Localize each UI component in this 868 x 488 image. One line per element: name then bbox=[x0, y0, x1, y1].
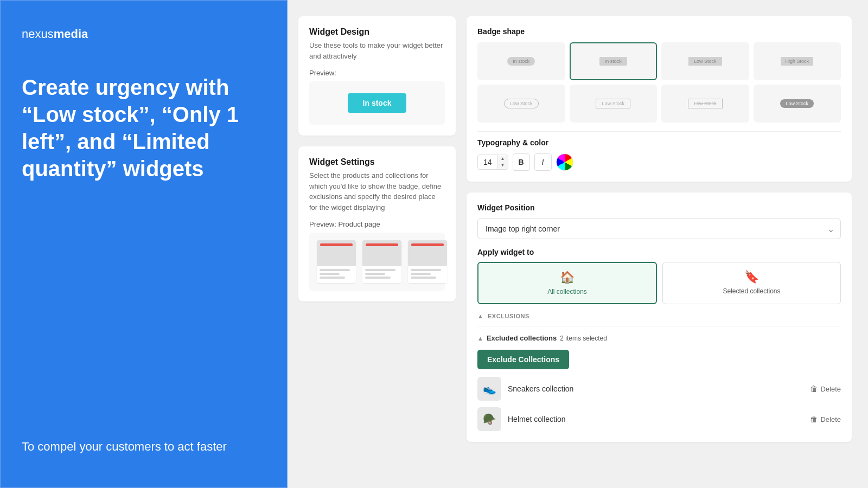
selected-icon: 🔖 bbox=[744, 270, 759, 284]
widget-settings-title: Widget Settings bbox=[309, 157, 445, 167]
product-card-1 bbox=[317, 240, 356, 283]
font-size-up[interactable]: ▲ bbox=[498, 156, 508, 162]
badge-shape-card: Badge shape In stock In stock Low Stock … bbox=[467, 16, 852, 182]
widget-preview-label: Preview: bbox=[309, 69, 445, 77]
apply-options-group: 🏠 All collections 🔖 Selected collections bbox=[477, 262, 841, 304]
in-stock-badge: In stock bbox=[348, 93, 407, 113]
widget-position-select-wrapper[interactable]: Image top right corner Image top left co… bbox=[477, 219, 841, 239]
badge-option-outline-pill[interactable]: Low Stock bbox=[477, 85, 565, 123]
badge-option-tag[interactable]: High Stock bbox=[754, 42, 841, 80]
helmet-thumbnail: 🪖 bbox=[477, 407, 501, 431]
exclude-collections-button[interactable]: Exclude Collections bbox=[477, 350, 569, 369]
trash-icon: 🗑 bbox=[810, 384, 818, 393]
hero-subtext: To compel your customers to act faster bbox=[22, 439, 266, 455]
typography-controls: 14 ▲ ▼ B I bbox=[477, 153, 841, 171]
exclusions-title: EXCLUSIONS bbox=[488, 313, 529, 319]
center-column: Widget Design Use these tools to make yo… bbox=[298, 16, 456, 472]
badge-option-outline-rect[interactable]: Low Stock bbox=[570, 85, 658, 123]
badge-option-rect[interactable]: In stock bbox=[570, 42, 658, 80]
product-card-3 bbox=[408, 240, 447, 283]
color-picker-button[interactable] bbox=[556, 153, 573, 171]
badge-shape-grid: In stock In stock Low Stock High Stock L… bbox=[477, 42, 841, 123]
widget-position-select[interactable]: Image top right corner Image top left co… bbox=[477, 219, 841, 239]
badge-option-pill[interactable]: In stock bbox=[477, 42, 565, 80]
badge-shape-title: Badge shape bbox=[477, 27, 841, 36]
hero-headline: Create urgency with “Low stock”, “Only 1… bbox=[22, 74, 266, 256]
product-card-2 bbox=[362, 240, 401, 283]
excluded-collections-row[interactable]: ▲ Excluded collections 2 items selected bbox=[477, 334, 841, 342]
widget-settings-desc: Select the products and collections for … bbox=[309, 170, 445, 213]
badge-option-outline-slash[interactable]: Low Stock bbox=[661, 85, 749, 123]
collections-icon: 🏠 bbox=[560, 271, 575, 285]
bold-button[interactable]: B bbox=[513, 153, 530, 171]
collection-item-sneakers: 👟 Sneakers collection 🗑 Delete bbox=[477, 377, 841, 401]
collection-list: 👟 Sneakers collection 🗑 Delete 🪖 Helmet … bbox=[477, 377, 841, 431]
font-size-down[interactable]: ▼ bbox=[498, 162, 508, 169]
widget-design-desc: Use these tools to make your widget bett… bbox=[309, 40, 445, 61]
selected-collections-label: Selected collections bbox=[723, 287, 780, 295]
badge-option-dark[interactable]: Low Stock bbox=[754, 85, 841, 123]
delete-sneakers-button[interactable]: 🗑 Delete bbox=[810, 384, 841, 393]
widget-settings-card: Widget Settings Select the products and … bbox=[298, 146, 456, 301]
italic-button[interactable]: I bbox=[534, 153, 552, 171]
product-preview-area bbox=[309, 233, 445, 291]
trash-icon-2: 🗑 bbox=[810, 415, 818, 423]
delete-helmet-label: Delete bbox=[820, 415, 841, 423]
widget-preview-box: In stock bbox=[309, 81, 445, 125]
widget-design-title: Widget Design bbox=[309, 27, 445, 37]
helmet-collection-name: Helmet collection bbox=[508, 415, 803, 423]
all-collections-label: All collections bbox=[547, 288, 587, 296]
sneakers-thumbnail: 👟 bbox=[477, 377, 501, 401]
delete-helmet-button[interactable]: 🗑 Delete bbox=[810, 415, 841, 423]
widget-design-card: Widget Design Use these tools to make yo… bbox=[298, 16, 456, 136]
product-preview-label: Preview: Product page bbox=[309, 220, 445, 228]
apply-widget-label: Apply widget to bbox=[477, 248, 841, 256]
right-column: Badge shape In stock In stock Low Stock … bbox=[467, 16, 852, 472]
excluded-collections-label: Excluded collections bbox=[487, 334, 557, 342]
brand-logo: nexusmedia bbox=[22, 27, 266, 41]
font-size-input[interactable]: 14 ▲ ▼ bbox=[477, 155, 508, 170]
badge-option-rect-sharp[interactable]: Low Stock bbox=[661, 42, 749, 80]
excluded-collections-count: 2 items selected bbox=[560, 335, 607, 342]
right-content-area: Widget Design Use these tools to make yo… bbox=[288, 0, 868, 488]
exclusions-header[interactable]: ▲ EXCLUSIONS bbox=[477, 313, 841, 319]
font-size-value: 14 bbox=[478, 155, 498, 169]
widget-position-title: Widget Position bbox=[477, 203, 841, 212]
sneakers-collection-name: Sneakers collection bbox=[508, 384, 803, 393]
font-size-arrows[interactable]: ▲ ▼ bbox=[498, 156, 508, 169]
left-hero-panel: nexusmedia Create urgency with “Low stoc… bbox=[0, 0, 288, 488]
exclusions-chevron-icon: ▲ bbox=[477, 313, 483, 319]
apply-all-collections[interactable]: 🏠 All collections bbox=[477, 262, 657, 304]
typography-title: Typography & color bbox=[477, 138, 841, 147]
excluded-chevron-icon: ▲ bbox=[477, 335, 483, 342]
delete-sneakers-label: Delete bbox=[820, 385, 841, 393]
widget-settings-right-card: Widget Position Image top right corner I… bbox=[467, 192, 852, 442]
collection-item-helmet: 🪖 Helmet collection 🗑 Delete bbox=[477, 407, 841, 431]
apply-selected-collections[interactable]: 🔖 Selected collections bbox=[662, 262, 841, 304]
